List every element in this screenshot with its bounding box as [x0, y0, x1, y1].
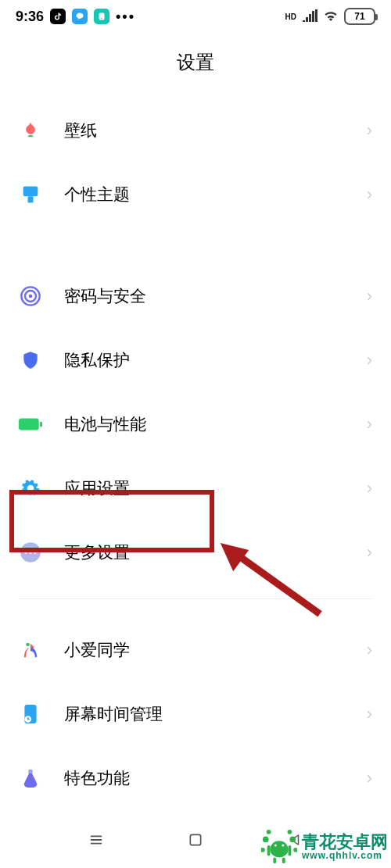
- row-label: 更多设置: [64, 541, 345, 563]
- chevron-right-icon: ›: [367, 120, 372, 141]
- page-title: 设置: [0, 33, 391, 98]
- row-label: 特色功能: [64, 767, 345, 789]
- status-bar: 9:36 ••• HD 71: [0, 0, 391, 33]
- row-xiaoai[interactable]: 小爱同学 ›: [0, 618, 391, 682]
- svg-rect-27: [282, 857, 285, 863]
- svg-point-13: [26, 643, 30, 647]
- signal-icon: [302, 9, 317, 24]
- watermark: 青花安卓网 www.qhhlv.com: [261, 829, 388, 865]
- nav-recent-icon[interactable]: [87, 830, 106, 849]
- more-icon: [19, 541, 42, 564]
- chevron-right-icon: ›: [367, 542, 372, 563]
- battery-icon: [19, 413, 42, 436]
- chevron-right-icon: ›: [367, 640, 372, 660]
- svg-point-29: [289, 837, 296, 843]
- row-privacy[interactable]: 隐私保护 ›: [0, 328, 391, 392]
- svg-rect-24: [267, 845, 271, 855]
- teal-app-icon: [94, 9, 109, 24]
- screentime-icon: [19, 702, 42, 726]
- svg-point-6: [29, 295, 33, 298]
- settings-group-display: 壁纸 › 个性主题 ›: [0, 98, 391, 227]
- svg-rect-7: [19, 419, 39, 430]
- blue-app-icon: [72, 9, 88, 24]
- chevron-right-icon: ›: [367, 414, 372, 434]
- row-label: 电池与性能: [64, 413, 345, 435]
- svg-point-33: [288, 830, 292, 834]
- svg-rect-22: [190, 834, 200, 845]
- chevron-right-icon: ›: [367, 286, 372, 306]
- status-right: HD 71: [285, 8, 375, 25]
- shield-icon: [19, 348, 42, 372]
- row-password[interactable]: 密码与安全 ›: [0, 264, 391, 328]
- svg-rect-2: [23, 187, 38, 197]
- row-special[interactable]: 特色功能 ›: [0, 746, 391, 810]
- wallpaper-icon: [19, 119, 42, 142]
- settings-group-assistant: 小爱同学 › 屏幕时间管理 › 特色功能 ›: [0, 618, 391, 810]
- status-left: 9:36 •••: [16, 9, 135, 25]
- row-theme[interactable]: 个性主题 ›: [0, 163, 391, 227]
- theme-icon: [19, 183, 42, 206]
- status-time: 9:36: [16, 9, 44, 25]
- fingerprint-icon: [19, 284, 42, 308]
- row-label: 小爱同学: [64, 639, 345, 661]
- svg-rect-8: [40, 422, 42, 427]
- chevron-right-icon: ›: [367, 350, 372, 370]
- row-label: 隐私保护: [64, 349, 345, 371]
- row-label: 壁纸: [64, 120, 345, 141]
- watermark-url: www.qhhlv.com: [302, 851, 388, 861]
- chevron-right-icon: ›: [367, 704, 372, 724]
- svg-rect-20: [91, 836, 102, 838]
- row-wallpaper[interactable]: 壁纸 ›: [0, 98, 391, 163]
- svg-rect-26: [273, 857, 276, 863]
- settings-group-security: 密码与安全 › 隐私保护 › 电池与性能 › 应用设置 › 更多设置 ›: [0, 264, 391, 584]
- svg-point-11: [29, 551, 32, 554]
- svg-rect-25: [289, 845, 292, 855]
- svg-rect-19: [91, 839, 102, 841]
- svg-point-31: [293, 848, 297, 852]
- watermark-logo-icon: [261, 829, 297, 865]
- svg-point-28: [263, 837, 269, 843]
- gear-icon: [19, 477, 42, 500]
- svg-rect-21: [91, 843, 102, 845]
- battery-indicator: 71: [344, 8, 375, 25]
- chevron-right-icon: ›: [367, 478, 372, 498]
- flask-icon: [19, 766, 42, 790]
- more-apps-icon: •••: [116, 9, 135, 25]
- svg-point-10: [24, 551, 27, 554]
- row-battery[interactable]: 电池与性能 ›: [0, 392, 391, 456]
- chevron-right-icon: ›: [367, 768, 372, 788]
- row-label: 应用设置: [64, 477, 345, 499]
- row-screentime[interactable]: 屏幕时间管理 ›: [0, 682, 391, 746]
- chevron-right-icon: ›: [367, 184, 372, 205]
- row-apps[interactable]: 应用设置 ›: [0, 456, 391, 520]
- svg-point-12: [34, 551, 37, 554]
- nav-home-icon[interactable]: [186, 830, 205, 849]
- svg-point-30: [261, 848, 265, 852]
- row-label: 屏幕时间管理: [64, 703, 345, 725]
- svg-point-32: [267, 830, 271, 834]
- svg-point-34: [274, 845, 277, 847]
- svg-point-1: [101, 18, 102, 20]
- svg-point-35: [282, 845, 284, 847]
- hd-indicator: HD: [285, 12, 297, 22]
- tiktok-icon: [50, 9, 66, 24]
- row-label: 密码与安全: [64, 285, 345, 307]
- xiaoai-icon: [19, 638, 42, 662]
- row-label: 个性主题: [64, 184, 345, 205]
- watermark-brand: 青花安卓网: [302, 833, 388, 851]
- svg-point-16: [28, 770, 32, 773]
- svg-rect-3: [28, 196, 34, 202]
- wifi-icon: [322, 9, 339, 24]
- row-more-settings[interactable]: 更多设置 ›: [0, 520, 391, 584]
